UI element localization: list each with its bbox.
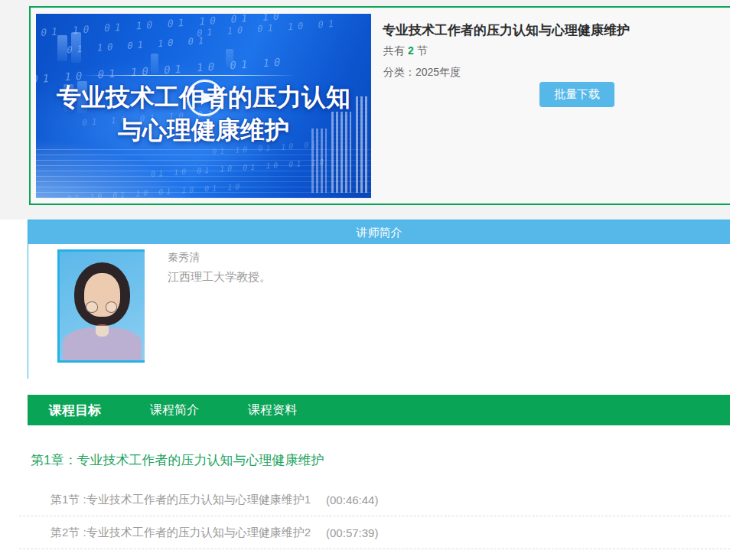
lesson-title: 第1节 :专业技术工作者的压力认知与心理健康维护1 — [51, 493, 311, 507]
chapter-heading: 第1章：专业技术工作者的压力认知与心理健康维护 — [31, 451, 324, 469]
course-video-thumbnail[interactable]: 01 10 01 10 01 10 01 10 01 10 01 10 01 0… — [36, 14, 371, 198]
instructor-body: 秦秀清 江西理工大学教授。 — [28, 244, 730, 379]
banner-divider-line — [82, 75, 296, 76]
play-button[interactable] — [187, 80, 223, 116]
photo-glasses — [86, 301, 98, 312]
tab-course-materials[interactable]: 课程资料 — [248, 402, 297, 418]
lesson-list: 第1节 :专业技术工作者的压力认知与心理健康维护1 (00:46:44) 第2节… — [19, 483, 730, 549]
course-header-panel: 01 10 01 10 01 10 01 10 01 10 01 10 01 0… — [29, 6, 730, 205]
banner-glow — [36, 137, 204, 198]
play-icon — [201, 91, 212, 105]
course-title: 专业技术工作者的压力认知与心理健康维护 — [383, 21, 630, 39]
tab-course-goals[interactable]: 课程目标 — [49, 402, 101, 419]
instructor-panel: 讲师简介 秦秀清 江西理工大学教授。 — [28, 220, 730, 379]
course-sections-count: 共有2节 — [383, 44, 428, 58]
instructor-section-header: 讲师简介 — [28, 220, 730, 244]
photo-glasses — [106, 301, 118, 312]
instructor-description: 江西理工大学教授。 — [168, 270, 271, 285]
lesson-duration: (00:57:39) — [326, 526, 378, 539]
lesson-row-2[interactable]: 第2节 :专业技术工作者的压力认知与心理健康维护2 (00:57:39) — [19, 516, 730, 549]
instructor-name: 秦秀清 — [168, 251, 200, 265]
lesson-duration: (00:46:44) — [326, 493, 378, 506]
instructor-photo — [57, 249, 145, 363]
lesson-title: 第2节 :专业技术工作者的压力认知与心理健康维护2 — [51, 526, 311, 540]
batch-download-button[interactable]: 批量下载 — [539, 82, 614, 107]
banner-decoration — [57, 35, 67, 61]
sections-count-value: 2 — [405, 44, 417, 57]
banner-binary-texture: 01 10 01 10 01 — [66, 34, 209, 55]
lesson-row-1[interactable]: 第1节 :专业技术工作者的压力认知与心理健康维护1 (00:46:44) — [19, 483, 730, 516]
course-tab-bar: 课程目标 课程简介 课程资料 — [28, 395, 730, 425]
sections-prefix: 共有 — [383, 44, 405, 57]
course-category: 分类：2025年度 — [383, 66, 461, 80]
sections-suffix: 节 — [417, 44, 428, 57]
tab-course-intro[interactable]: 课程简介 — [150, 402, 199, 418]
photo-collar — [96, 326, 109, 337]
